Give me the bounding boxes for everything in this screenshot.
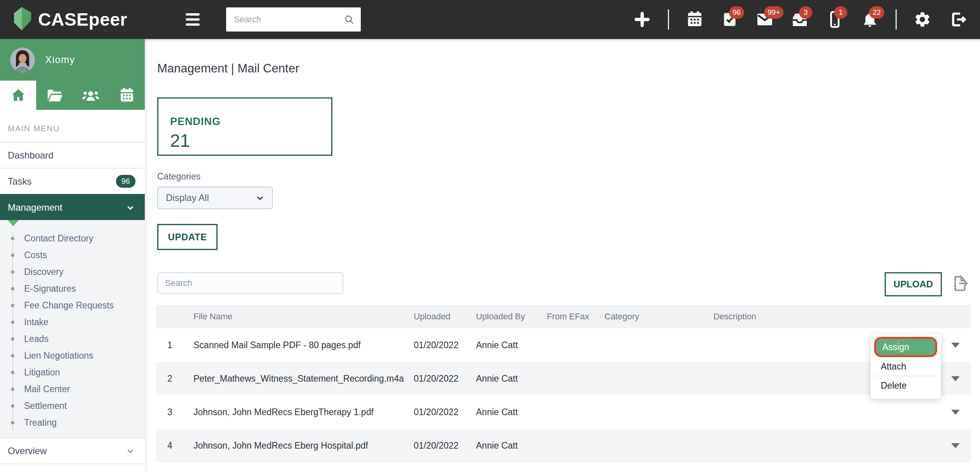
- submenu-item-fee-change-requests[interactable]: Fee Change Requests: [0, 297, 145, 314]
- row-file-name[interactable]: Johnson, John MedRecs Eberg Hospital.pdf: [193, 440, 414, 451]
- phone-icon[interactable]: 1: [825, 10, 844, 29]
- row-actions-dropdown-icon[interactable]: [951, 343, 960, 348]
- submenu-item-mail-center[interactable]: Mail Center: [0, 381, 145, 398]
- submenu-item-settlement[interactable]: Settlement: [0, 398, 145, 414]
- export-icon[interactable]: [951, 275, 969, 294]
- submenu-item-litigation[interactable]: Litigation: [0, 364, 145, 381]
- global-search-input[interactable]: [234, 14, 343, 25]
- menu-item-delete[interactable]: Delete: [871, 376, 941, 395]
- row-uploaded-by: Annie Catt: [476, 340, 547, 350]
- row-number: 2: [156, 373, 193, 384]
- pending-count: 21: [170, 130, 331, 151]
- submenu-item-leads[interactable]: Leads: [0, 331, 145, 347]
- submenu-item-costs[interactable]: Costs: [0, 247, 145, 264]
- col-from-efax: From EFax: [547, 312, 604, 322]
- categories-select[interactable]: Display All: [157, 187, 273, 209]
- categories-label: Categories: [157, 171, 969, 182]
- row-file-name[interactable]: Johnson, John MedRecs EbergTherapy 1.pdf: [193, 407, 414, 417]
- logout-icon[interactable]: [948, 10, 967, 29]
- casepeer-logo[interactable]: CASEpeer: [0, 6, 127, 33]
- menu-toggle-icon[interactable]: [186, 13, 200, 26]
- sidebar-item-tasks[interactable]: Tasks 96: [0, 168, 145, 194]
- sidebar-item-overview[interactable]: Overview: [0, 437, 145, 463]
- notifications-bell-icon[interactable]: 22: [861, 10, 879, 29]
- menu-item-attach[interactable]: Attach: [871, 357, 941, 376]
- user-profile[interactable]: Xiomy: [0, 39, 145, 81]
- row-number: 1: [156, 340, 193, 350]
- sidebar-item-reports[interactable]: Reports: [0, 463, 145, 472]
- pending-stat-card[interactable]: PENDING 21: [157, 97, 332, 156]
- menu-item-assign[interactable]: Assign: [874, 337, 937, 357]
- sidebar-tabs: [0, 81, 145, 110]
- row-uploaded-date: 01/20/2022: [414, 440, 476, 451]
- row-actions-dropdown-icon[interactable]: [951, 443, 960, 448]
- col-uploaded-by: Uploaded By: [476, 312, 547, 322]
- tab-calendar[interactable]: [109, 81, 145, 110]
- submenu-item-e-signatures[interactable]: E-Signatures: [0, 280, 145, 297]
- tasks-icon[interactable]: 96: [720, 10, 739, 29]
- main-content: Management | Mail Center PENDING 21 Cate…: [145, 39, 980, 472]
- table-row[interactable]: 3 Johnson, John MedRecs EbergTherapy 1.p…: [156, 395, 971, 429]
- logo-text: CASEpeer: [38, 9, 127, 30]
- update-button[interactable]: UPDATE: [157, 224, 218, 250]
- row-uploaded-date: 01/20/2022: [414, 373, 476, 384]
- chevron-down-icon: [255, 193, 265, 203]
- table-row[interactable]: 1 Scanned Mail Sample PDF - 80 pages.pdf…: [156, 328, 971, 362]
- phone-badge: 1: [834, 6, 847, 19]
- user-avatar: [10, 48, 35, 72]
- table-toolbar: UPLOAD: [156, 272, 969, 296]
- inbox-badge: 3: [799, 6, 812, 19]
- settings-gear-icon[interactable]: [913, 10, 932, 29]
- col-category: Category: [604, 312, 713, 322]
- chevron-down-icon: [124, 446, 135, 456]
- submenu-item-contact-directory[interactable]: Contact Directory: [0, 230, 145, 247]
- tab-home[interactable]: [0, 81, 36, 110]
- table-row[interactable]: 4 Johnson, John MedRecs Eberg Hospital.p…: [156, 429, 971, 462]
- user-name: Xiomy: [45, 54, 75, 65]
- inbox-icon[interactable]: 3: [790, 10, 809, 29]
- table-search-input[interactable]: [165, 278, 332, 288]
- topbar-divider: [668, 9, 669, 30]
- submenu-pointer-icon: [8, 220, 19, 226]
- app-window: CASEpeer: [0, 0, 980, 472]
- sidebar-item-management[interactable]: Management: [0, 194, 145, 220]
- row-uploaded-date: 01/20/2022: [414, 407, 476, 417]
- mail-badge: 99+: [764, 6, 783, 19]
- topbar-actions: 96 99+ 3 1: [633, 9, 980, 30]
- table-header-row: File Name Uploaded Uploaded By From EFax…: [156, 305, 971, 328]
- main-menu-label: MAIN MENU: [0, 110, 145, 142]
- upload-button[interactable]: UPLOAD: [885, 272, 942, 296]
- sidebar-item-dashboard[interactable]: Dashboard: [0, 142, 145, 168]
- management-submenu: Contact DirectoryCostsDiscoveryE-Signatu…: [0, 220, 145, 437]
- calendar-icon[interactable]: [685, 10, 704, 29]
- tab-cases-folder[interactable]: [36, 81, 72, 110]
- row-number: 3: [156, 407, 193, 417]
- col-uploaded: Uploaded: [414, 312, 476, 322]
- row-number: 4: [156, 440, 193, 451]
- add-new-icon[interactable]: [633, 10, 652, 29]
- row-actions-dropdown-icon[interactable]: [951, 410, 960, 415]
- submenu-item-discovery[interactable]: Discovery: [0, 264, 145, 280]
- table-row[interactable]: 2 Peter_Mathews_Witness_Statement_Record…: [156, 362, 971, 395]
- top-bar: CASEpeer: [0, 0, 980, 39]
- tab-contacts-people[interactable]: [72, 81, 109, 110]
- row-uploaded-date: 01/20/2022: [414, 340, 476, 350]
- leaf-logo-icon: [12, 6, 33, 33]
- topbar-divider: [896, 9, 897, 30]
- pending-label: PENDING: [170, 116, 331, 128]
- global-search[interactable]: [226, 7, 361, 32]
- row-uploaded-by: Annie Catt: [476, 373, 547, 384]
- categories-selected-value: Display All: [166, 192, 255, 203]
- row-file-name[interactable]: Scanned Mail Sample PDF - 80 pages.pdf: [193, 340, 414, 350]
- submenu-item-lien-negotiations[interactable]: Lien Negotiations: [0, 347, 145, 364]
- row-actions-dropdown-icon[interactable]: [951, 376, 960, 381]
- mail-icon[interactable]: 99+: [755, 10, 774, 29]
- table-search[interactable]: [157, 272, 343, 294]
- submenu-item-treating[interactable]: Treating: [0, 414, 145, 431]
- mail-table: File Name Uploaded Uploaded By From EFax…: [156, 305, 971, 462]
- submenu-item-intake[interactable]: Intake: [0, 314, 145, 331]
- tasks-count-badge: 96: [116, 175, 135, 188]
- row-uploaded-by: Annie Catt: [476, 407, 547, 417]
- row-file-name[interactable]: Peter_Mathews_Witness_Statement_Recordin…: [193, 373, 414, 384]
- page-title: Management | Mail Center: [157, 62, 969, 76]
